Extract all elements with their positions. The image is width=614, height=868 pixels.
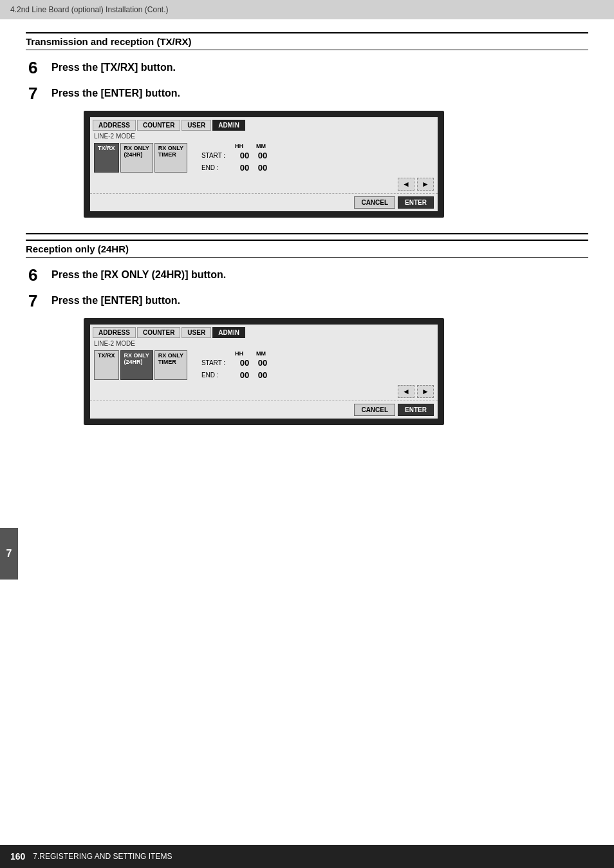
cancel-button-1[interactable]: CANCEL xyxy=(354,196,395,209)
screen1-start-row: START : 00 00 xyxy=(201,151,270,160)
end-hh-1: 00 xyxy=(237,163,252,173)
hh-header-1: HH xyxy=(235,143,243,149)
header-text: 4.2nd Line Board (optional) Installation… xyxy=(10,5,168,14)
page-header: 4.2nd Line Board (optional) Installation… xyxy=(0,0,614,19)
arrow-right-2[interactable]: ► xyxy=(417,385,434,398)
tab-address-1[interactable]: ADDRESS xyxy=(93,120,136,131)
chapter-tab: 7 xyxy=(0,528,18,580)
screen2-start-row: START : 00 00 xyxy=(201,358,270,368)
screen1-bottom-bar: CANCEL ENTER xyxy=(90,193,438,211)
tab-address-2[interactable]: ADDRESS xyxy=(93,327,136,338)
screen2-tab-bar: ADDRESS COUNTER USER ADMIN xyxy=(90,325,438,338)
mode-btn-txrx-2[interactable]: TX/RX xyxy=(94,350,119,380)
start-hh-1: 00 xyxy=(237,151,252,160)
step6-text: Press the [TX/RX] button. xyxy=(49,59,176,73)
mode-btn-rxtimer-1[interactable]: RX ONLYTIMER xyxy=(154,143,187,173)
screen2-mode-label: LINE-2 MODE xyxy=(90,338,438,349)
section2-step6: 6 Press the [RX ONLY (24HR)] button. xyxy=(26,267,588,283)
section-divider xyxy=(26,233,588,234)
tab-user-2[interactable]: USER xyxy=(181,327,211,338)
start-label-2: START : xyxy=(201,359,234,366)
mode-btn-rxonly-2[interactable]: RX ONLY(24HR) xyxy=(120,350,153,380)
screen2-time-area: HH MM START : 00 00 END : 00 00 xyxy=(201,350,270,380)
tab-admin-1[interactable]: ADMIN xyxy=(212,120,245,131)
section1-title: Transmission and reception (TX/RX) xyxy=(26,32,588,50)
section1: Transmission and reception (TX/RX) 6 Pre… xyxy=(26,32,588,218)
cancel-button-2[interactable]: CANCEL xyxy=(354,404,395,416)
screen1-end-row: END : 00 00 xyxy=(201,163,270,173)
screen1-mockup: ADDRESS COUNTER USER ADMIN LINE-2 MODE T… xyxy=(84,111,444,218)
screen1-arrow-row: ◄ ► xyxy=(90,176,438,193)
screen2-bottom-bar: CANCEL ENTER xyxy=(90,401,438,419)
mode-btn-rxonly-1[interactable]: RX ONLY(24HR) xyxy=(120,143,153,173)
step7b-number: 7 xyxy=(28,292,49,309)
footer-text: 7.REGISTERING AND SETTING ITEMS xyxy=(33,852,172,861)
screen1-mode-label: LINE-2 MODE xyxy=(90,131,438,142)
page-number: 160 xyxy=(10,851,25,862)
mm-header-2: MM xyxy=(256,350,266,357)
start-hh-2: 00 xyxy=(237,358,252,368)
mode-btn-txrx-1[interactable]: TX/RX xyxy=(94,143,119,173)
screen1-inner: ADDRESS COUNTER USER ADMIN LINE-2 MODE T… xyxy=(90,117,438,211)
start-mm-2: 00 xyxy=(256,358,270,368)
screen2-mockup: ADDRESS COUNTER USER ADMIN LINE-2 MODE T… xyxy=(84,318,444,425)
mm-header-1: MM xyxy=(256,143,266,149)
step7-text: Press the [ENTER] button. xyxy=(49,85,180,99)
step7-number: 7 xyxy=(28,85,49,102)
start-mm-1: 00 xyxy=(256,151,270,160)
tab-user-1[interactable]: USER xyxy=(181,120,211,131)
mode-btn-rxtimer-2[interactable]: RX ONLYTIMER xyxy=(154,350,187,380)
arrow-left-2[interactable]: ◄ xyxy=(398,385,414,398)
tab-admin-2[interactable]: ADMIN xyxy=(212,327,245,338)
tab-counter-1[interactable]: COUNTER xyxy=(137,120,180,131)
screen1-time-area: HH MM START : 00 00 END : 00 00 xyxy=(201,143,270,173)
screen1-mode-buttons: TX/RX RX ONLY(24HR) RX ONLYTIMER HH MM S… xyxy=(90,142,438,176)
page-footer: 160 7.REGISTERING AND SETTING ITEMS xyxy=(0,845,614,868)
step6b-number: 6 xyxy=(28,267,49,283)
screen1-tab-bar: ADDRESS COUNTER USER ADMIN xyxy=(90,117,438,131)
step7b-text: Press the [ENTER] button. xyxy=(49,292,180,307)
section2-step7: 7 Press the [ENTER] button. xyxy=(26,292,588,309)
main-content: Transmission and reception (TX/RX) 6 Pre… xyxy=(0,19,614,479)
section1-step6: 6 Press the [TX/RX] button. xyxy=(26,59,588,76)
screen2-inner: ADDRESS COUNTER USER ADMIN LINE-2 MODE T… xyxy=(90,325,438,419)
screen2-end-row: END : 00 00 xyxy=(201,370,270,380)
end-label-1: END : xyxy=(201,164,234,171)
section2-title: Reception only (24HR) xyxy=(26,240,588,258)
arrow-right-1[interactable]: ► xyxy=(417,178,434,191)
enter-button-2[interactable]: ENTER xyxy=(398,404,434,416)
step6b-text: Press the [RX ONLY (24HR)] button. xyxy=(49,267,226,281)
hh-header-2: HH xyxy=(235,350,243,357)
enter-button-1[interactable]: ENTER xyxy=(398,196,434,209)
section1-step7: 7 Press the [ENTER] button. xyxy=(26,85,588,102)
end-mm-2: 00 xyxy=(256,370,270,380)
end-mm-1: 00 xyxy=(256,163,270,173)
section2: Reception only (24HR) 6 Press the [RX ON… xyxy=(26,240,588,425)
step6-number: 6 xyxy=(28,59,49,76)
end-label-2: END : xyxy=(201,372,234,379)
tab-counter-2[interactable]: COUNTER xyxy=(137,327,180,338)
end-hh-2: 00 xyxy=(237,370,252,380)
screen2-arrow-row: ◄ ► xyxy=(90,384,438,401)
start-label-1: START : xyxy=(201,152,234,159)
arrow-left-1[interactable]: ◄ xyxy=(398,178,414,191)
screen2-mode-buttons: TX/RX RX ONLY(24HR) RX ONLYTIMER HH MM S… xyxy=(90,349,438,384)
